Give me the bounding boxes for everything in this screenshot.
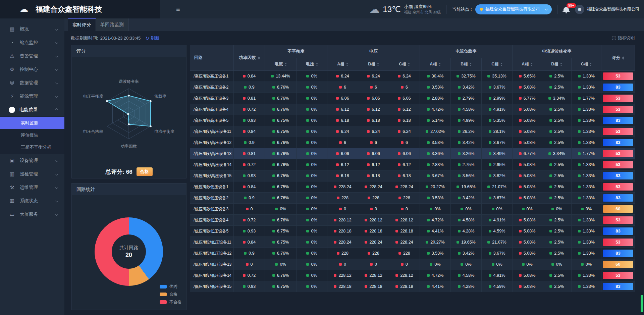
status-dot [489, 130, 491, 133]
value-cell: 4.58% [451, 270, 482, 281]
status-dot [489, 274, 491, 277]
legend-item[interactable]: 不合格 [160, 299, 181, 305]
value-cell: 19.65% [451, 181, 482, 193]
table-row[interactable]: /高压/Ⅱ段/高压设备110.846.75%0%6.246.246.2427.0… [190, 126, 635, 137]
value-cell: 1.33% [572, 193, 601, 204]
value-cell: 2.83% [420, 159, 451, 170]
sort-icon[interactable] [531, 63, 533, 66]
station-select[interactable]: 福建合众鑫智能科技有限公司 [475, 4, 552, 14]
notifications-button[interactable]: 99+ [564, 7, 569, 11]
sort-icon[interactable] [316, 63, 318, 66]
value-cell: 1.33% [572, 237, 601, 248]
table-row[interactable]: /低压/Ⅱ段/低压设备1300%0%0000%0%0%0%0%0%60 [190, 259, 635, 270]
sort-icon[interactable] [258, 56, 260, 60]
table-row[interactable]: /低压/Ⅰ段/低压设备10.846.75%0%228.24228.24228.2… [190, 181, 635, 193]
sidebar-subitem[interactable]: 评估报告 [0, 129, 64, 141]
value-cell: 5.35% [482, 115, 513, 126]
value-cell: 6.76% [265, 148, 297, 159]
table-row[interactable]: /高压/Ⅰ段/高压设备50.936.75%0%6.186.186.185.14%… [190, 115, 635, 126]
score-bar: 53 [603, 161, 633, 168]
sidebar-item[interactable]: ⚙控制中心 [0, 63, 64, 76]
table-row[interactable]: /高压/Ⅰ段/高压设备20.96.76%0%6663.53%3.42%3.67%… [190, 82, 635, 93]
sidebar-item[interactable]: ▦系统状态 [0, 194, 64, 208]
table-row[interactable]: /低压/Ⅱ段/低压设备120.96.76%0%2282282283.53%3.4… [190, 248, 635, 259]
status-dot [489, 108, 491, 111]
sidebar-item[interactable]: ▤概况 [0, 22, 64, 36]
status-dot [549, 130, 552, 133]
value-cell: 5.65% [513, 71, 542, 82]
sidebar-subitem[interactable]: 实时监测 [0, 117, 64, 129]
table-row[interactable]: /高压/Ⅱ段/高压设备120.96.76%0%6663.53%3.42%3.67… [190, 137, 635, 148]
sort-icon[interactable] [408, 63, 410, 66]
table-row[interactable]: /低压/Ⅱ段/低压设备110.846.75%0%228.24228.24228.… [190, 237, 635, 248]
value-cell: 1.77% [572, 93, 601, 104]
chevron-down-icon [55, 200, 58, 202]
tab[interactable]: 实时评分 [68, 18, 96, 31]
sidebar-subitem[interactable]: 三相不平衡分析 [0, 141, 64, 153]
sort-icon[interactable] [560, 63, 562, 66]
sidebar-item[interactable]: ▭大屏服务 [0, 208, 64, 221]
value-cell: 2.88% [420, 93, 451, 104]
indicator-help-link[interactable]: i 指标说明 [612, 35, 635, 41]
legend-item[interactable]: 合格 [160, 292, 181, 297]
col-group-header: 电压 [327, 45, 420, 58]
svg-text:电流平衡度: 电流平衡度 [154, 129, 174, 134]
sort-icon[interactable] [346, 63, 348, 66]
table-row[interactable]: /高压/Ⅱ段/高压设备140.726.76%0%6.126.126.122.83… [190, 159, 635, 170]
legend-item[interactable]: 优秀 [160, 284, 181, 290]
scrollbar-thumb[interactable] [641, 295, 643, 312]
sort-icon[interactable] [590, 63, 592, 66]
circuits-table: 回路功率因数不平衡度电压电流负载率电流谐波畸变率评分电流电压A相B相C相A相B相… [190, 45, 635, 292]
sidebar-item[interactable]: ⚡能源管理 [0, 90, 64, 103]
refresh-button[interactable]: ↻ 刷新 [145, 35, 159, 41]
value-cell: 6.12 [358, 104, 389, 115]
sidebar-item[interactable]: ▣设备管理 [0, 154, 64, 167]
table-row[interactable]: /高压/Ⅰ段/高压设备40.726.76%0%6.126.126.124.72%… [190, 104, 635, 115]
sidebar-item[interactable]: ◔站点监控 [0, 36, 64, 49]
avatar[interactable]: ☻ [575, 5, 584, 14]
sidebar-collapse-icon[interactable]: ≡ [176, 5, 180, 13]
status-dot [337, 252, 339, 255]
sort-icon[interactable] [470, 63, 472, 66]
sidebar-item[interactable]: ⚠告警管理 [0, 49, 64, 63]
sidebar-item[interactable]: ∿电能质量 [0, 103, 64, 116]
sort-icon[interactable] [439, 63, 441, 66]
status-dot [244, 252, 247, 255]
table-row[interactable]: /低压/Ⅰ段/低压设备50.936.75%0%228.18228.18228.1… [190, 226, 635, 237]
weather-line1: 小雨 湿度85% [404, 4, 441, 10]
status-dot [578, 75, 581, 77]
table-row[interactable]: /高压/Ⅱ段/高压设备130.816.76%0%6.066.066.063.36… [190, 148, 635, 159]
sort-icon[interactable] [500, 63, 502, 66]
table-row[interactable]: /低压/Ⅱ段/低压设备150.936.75%0%228.18228.18228.… [190, 281, 635, 292]
value-cell: 0% [297, 137, 327, 148]
value-cell: 1.33% [572, 248, 601, 259]
status-dot [334, 274, 336, 277]
divider [446, 5, 446, 14]
sidebar-item[interactable]: ⚒运维管理 [0, 181, 64, 194]
score-bar: 83 [603, 250, 633, 257]
status-dot [427, 75, 430, 77]
sidebar-item[interactable]: ⛁数据管理 [0, 76, 64, 90]
table-row[interactable]: /低压/Ⅱ段/低压设备140.726.76%0%228.12228.12228.… [190, 270, 635, 281]
table-row[interactable]: /低压/Ⅰ段/低压设备40.726.76%0%228.12228.12228.1… [190, 215, 635, 226]
tab[interactable]: 单回路监测 [96, 18, 128, 31]
table-row[interactable]: /低压/Ⅰ段/低压设备20.96.76%0%2282282283.53%3.42… [190, 193, 635, 204]
station-value: 福建合众鑫智能科技有限公司 [486, 6, 540, 12]
score-cell: 83 [601, 193, 635, 204]
sort-icon[interactable] [622, 56, 624, 60]
value-cell: 4.59% [482, 226, 513, 237]
status-dot [306, 186, 309, 188]
value-cell: 0% [513, 204, 542, 215]
table-row[interactable]: /高压/Ⅱ段/高压设备150.936.75%0%6.186.186.183.67… [190, 170, 635, 181]
sort-icon[interactable] [377, 63, 379, 66]
table-row[interactable]: /高压/Ⅰ段/高压设备30.816.76%0%6.066.066.062.88%… [190, 93, 635, 104]
table-row[interactable]: /低压/Ⅰ段/低压设备300%0%0000%0%0%0%0%0%60 [190, 204, 635, 215]
value-cell: 0.84 [234, 126, 265, 137]
sidebar-item[interactable]: ▥巡检管理 [0, 167, 64, 181]
status-dot [306, 108, 309, 111]
status-dot [395, 230, 398, 232]
status-dot [398, 75, 400, 77]
value-cell: 3.53% [420, 137, 451, 148]
sort-icon[interactable] [285, 63, 287, 66]
table-row[interactable]: /高压/Ⅰ段/高压设备10.8413.44%0%6.246.246.2430.4… [190, 71, 635, 82]
